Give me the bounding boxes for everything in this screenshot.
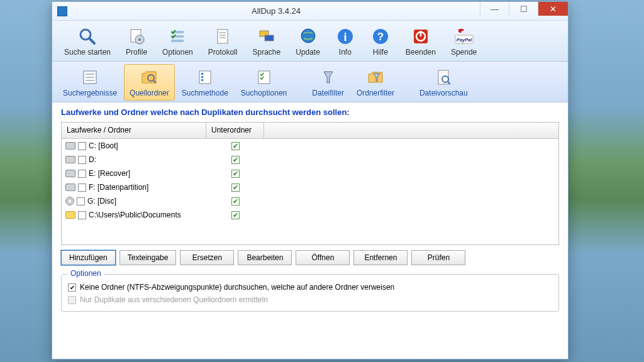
searchoptions-icon bbox=[254, 67, 274, 87]
option-ntfs[interactable]: Keine Ordner (NTFS-Abzweigungspunkte) du… bbox=[68, 281, 552, 293]
table-row[interactable]: E: [Recover] ✔ bbox=[62, 167, 558, 180]
svg-rect-33 bbox=[201, 79, 203, 81]
paypal-icon: PayPal bbox=[454, 26, 474, 47]
table-header: Laufwerke / Ordner Unterordner bbox=[62, 123, 558, 139]
hdd-icon bbox=[65, 184, 75, 191]
power-icon bbox=[411, 26, 431, 47]
toolbar-beenden[interactable]: Beenden bbox=[399, 23, 443, 60]
option-verschied-quellordner: Nur Duplikate aus verschiedenen Quellord… bbox=[68, 293, 552, 306]
tab-suchmethode[interactable]: Suchmethode bbox=[176, 64, 234, 101]
folderfilter-icon bbox=[365, 67, 386, 87]
options-title: Optionen bbox=[68, 269, 104, 278]
toolbar-suche-starten[interactable]: Suche starten bbox=[57, 23, 118, 60]
toolbar-update[interactable]: Update bbox=[289, 23, 327, 60]
sub-checkbox[interactable]: ✔ bbox=[231, 170, 240, 178]
log-icon bbox=[213, 26, 233, 47]
content-area: Laufwerke und Ordner welche nach Duplika… bbox=[52, 102, 568, 359]
svg-point-14 bbox=[301, 29, 315, 43]
toolbar-optionen[interactable]: Optionen bbox=[155, 23, 200, 60]
options-icon bbox=[167, 26, 187, 47]
svg-rect-31 bbox=[201, 73, 203, 75]
svg-line-1 bbox=[89, 38, 94, 43]
table-row[interactable]: D: ✔ bbox=[62, 153, 558, 167]
language-icon bbox=[257, 26, 277, 47]
btn-hinzufuegen[interactable]: Hinzufügen bbox=[61, 250, 116, 265]
tab-dateivorschau[interactable]: Dateivorschau bbox=[414, 64, 474, 101]
app-window: AllDup 3.4.24 — ☐ ✕ Suche starten Profil… bbox=[52, 1, 569, 359]
table-row[interactable]: G: [Disc] ✔ bbox=[62, 194, 558, 208]
btn-pruefen[interactable]: Prüfen bbox=[411, 250, 465, 265]
tab-quellordner[interactable]: Quellordner bbox=[124, 64, 175, 101]
svg-rect-8 bbox=[218, 30, 228, 43]
info-icon: i bbox=[335, 26, 355, 47]
drive-table: Laufwerke / Ordner Unterordner C: [Boot]… bbox=[61, 122, 559, 245]
minimize-button[interactable]: — bbox=[480, 2, 509, 16]
preview-icon bbox=[433, 67, 453, 87]
options-group: Optionen Keine Ordner (NTFS-Abzweigungsp… bbox=[61, 274, 559, 312]
row-checkbox[interactable] bbox=[77, 197, 85, 206]
hdd-icon bbox=[65, 170, 75, 177]
toolbar-spende[interactable]: PayPal Spende bbox=[444, 23, 484, 60]
sub-checkbox[interactable]: ✔ bbox=[231, 142, 240, 150]
folder-search-icon bbox=[139, 67, 159, 87]
sub-checkbox[interactable]: ✔ bbox=[231, 197, 240, 206]
table-row[interactable]: C: [Boot] ✔ bbox=[62, 139, 558, 153]
col-subfolders[interactable]: Unterordner bbox=[206, 123, 264, 138]
window-title: AllDup 3.4.24 bbox=[72, 6, 480, 16]
window-controls: — ☐ ✕ bbox=[480, 2, 568, 20]
disc-icon bbox=[65, 197, 74, 206]
svg-rect-30 bbox=[199, 71, 211, 84]
row-checkbox[interactable] bbox=[78, 211, 86, 219]
table-body[interactable]: C: [Boot] ✔ D: ✔ E: [Recover] ✔ F: [Date… bbox=[62, 139, 558, 244]
hdd-icon bbox=[65, 142, 75, 150]
table-row[interactable]: F: [Datenpartition] ✔ bbox=[62, 180, 558, 194]
sub-checkbox[interactable]: ✔ bbox=[231, 184, 240, 192]
svg-text:i: i bbox=[343, 31, 347, 43]
hdd-icon bbox=[65, 156, 75, 163]
section-heading: Laufwerke und Ordner welche nach Duplika… bbox=[61, 107, 559, 117]
search-icon bbox=[77, 26, 97, 47]
svg-rect-34 bbox=[258, 71, 270, 84]
row-checkbox[interactable] bbox=[78, 184, 86, 192]
btn-bearbeiten[interactable]: Bearbeiten bbox=[238, 250, 292, 265]
button-row: Hinzufügen Texteingabe Ersetzen Bearbeit… bbox=[61, 250, 559, 265]
tab-suchergebnisse[interactable]: Suchergebnisse bbox=[57, 64, 123, 101]
sub-checkbox[interactable]: ✔ bbox=[231, 156, 240, 164]
toolbar-info[interactable]: i Info bbox=[328, 23, 362, 60]
results-icon bbox=[80, 67, 100, 87]
row-checkbox[interactable] bbox=[78, 170, 86, 178]
row-checkbox[interactable] bbox=[78, 156, 86, 164]
toolbar-hilfe[interactable]: ? Hilfe bbox=[364, 23, 397, 60]
globe-icon bbox=[298, 26, 318, 47]
profile-icon bbox=[126, 26, 147, 47]
btn-oeffnen[interactable]: Öffnen bbox=[296, 250, 350, 265]
toolbar-main: Suche starten Profile Optionen Protokoll… bbox=[52, 21, 568, 62]
table-row[interactable]: C:\Users\Public\Documents ✔ bbox=[62, 208, 558, 222]
svg-text:?: ? bbox=[377, 31, 384, 43]
help-icon: ? bbox=[370, 26, 391, 47]
checkbox-ntfs[interactable] bbox=[68, 283, 76, 292]
btn-entfernen[interactable]: Entfernen bbox=[353, 250, 408, 265]
row-checkbox[interactable] bbox=[78, 142, 86, 150]
btn-ersetzen[interactable]: Ersetzen bbox=[180, 250, 234, 265]
checkbox-quellordner bbox=[68, 296, 76, 304]
sub-checkbox[interactable]: ✔ bbox=[231, 211, 240, 219]
svg-text:PayPal: PayPal bbox=[456, 37, 472, 43]
tab-suchoptionen[interactable]: Suchoptionen bbox=[235, 64, 292, 101]
tab-ordnerfilter[interactable]: Ordnerfilter bbox=[351, 64, 400, 101]
tab-dateifilter[interactable]: Dateifilter bbox=[306, 64, 350, 101]
folder-icon bbox=[65, 211, 75, 219]
toolbar-sprache[interactable]: Sprache bbox=[245, 23, 287, 60]
close-button[interactable]: ✕ bbox=[538, 2, 568, 16]
app-icon bbox=[57, 6, 67, 16]
col-drives[interactable]: Laufwerke / Ordner bbox=[62, 123, 206, 138]
svg-rect-13 bbox=[265, 35, 274, 41]
btn-texteingabe[interactable]: Texteingabe bbox=[119, 250, 177, 265]
svg-rect-32 bbox=[201, 76, 203, 78]
filefilter-icon bbox=[318, 67, 338, 87]
toolbar-profile[interactable]: Profile bbox=[119, 23, 154, 60]
toolbar-protokoll[interactable]: Protokoll bbox=[201, 23, 245, 60]
maximize-button[interactable]: ☐ bbox=[509, 2, 538, 16]
method-icon bbox=[195, 67, 215, 87]
toolbar-tabs: Suchergebnisse Quellordner Suchmethode S… bbox=[52, 62, 568, 102]
